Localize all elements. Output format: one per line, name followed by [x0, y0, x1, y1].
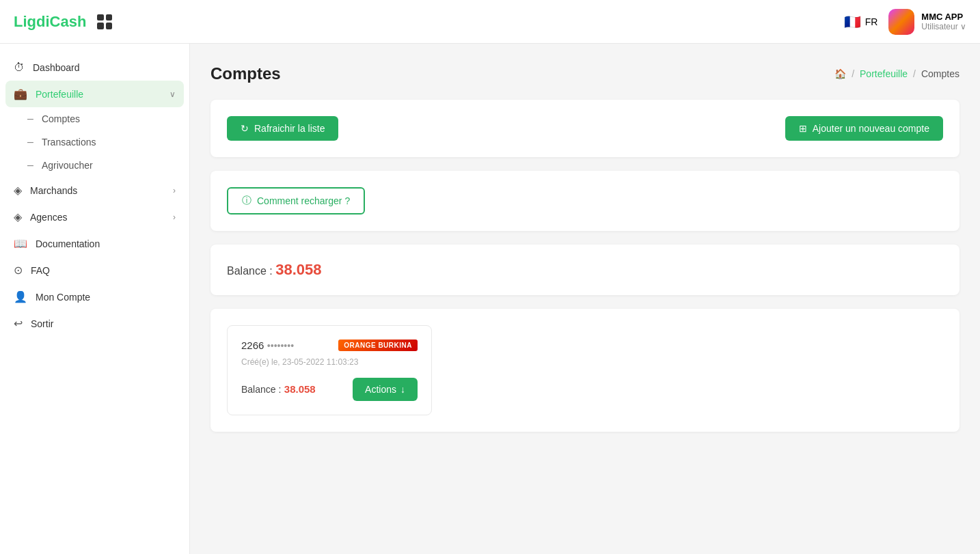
- sidebar-item-faq[interactable]: ⊙ FAQ: [0, 257, 189, 283]
- breadcrumb-comptes: Comptes: [921, 68, 959, 79]
- balance-value: 38.058: [275, 261, 321, 278]
- chevron-down-icon: ↓: [400, 384, 405, 395]
- refresh-button[interactable]: ↻ Rafraichir la liste: [227, 116, 338, 141]
- sidebar-item-label: Mon Compte: [36, 292, 90, 303]
- info-icon: ⓘ: [242, 195, 251, 207]
- language-label: FR: [865, 16, 878, 27]
- header-right: 🇫🇷 FR MMC APP Utilisateur ∨: [844, 9, 966, 35]
- user-details: MMC APP Utilisateur ∨: [921, 12, 966, 31]
- balance-label: Balance :: [227, 265, 273, 277]
- sidebar-item-label: FAQ: [31, 265, 50, 276]
- sidebar-item-label: Documentation: [36, 238, 100, 249]
- user-info: MMC APP Utilisateur ∨: [888, 9, 966, 35]
- dash-icon: –: [27, 113, 33, 125]
- sidebar-item-portefeuille[interactable]: 💼 Portefeuille ∨: [5, 81, 184, 107]
- layers-icon: ◈: [14, 210, 22, 223]
- account-balance-value: 38.058: [284, 383, 316, 395]
- sidebar-item-dashboard[interactable]: ⏱ Dashboard: [0, 55, 189, 81]
- sidebar-item-transactions[interactable]: – Transactions: [27, 130, 189, 154]
- grid-menu-icon[interactable]: [97, 14, 112, 29]
- submenu-label: Comptes: [42, 113, 80, 124]
- user-name: MMC APP: [921, 12, 966, 22]
- how-to-recharge-button[interactable]: ⓘ Comment recharger ?: [227, 187, 365, 214]
- sidebar-item-agrivoucher[interactable]: – Agrivoucher: [27, 154, 189, 177]
- chevron-right-icon: ›: [173, 212, 176, 222]
- sidebar-item-label: Marchands: [30, 185, 77, 196]
- home-icon[interactable]: 🏠: [834, 68, 846, 79]
- sidebar-item-label: Portefeuille: [36, 89, 83, 100]
- sidebar-item-label: Agences: [30, 212, 67, 223]
- user-role: Utilisateur ∨: [921, 22, 966, 31]
- chevron-down-icon: ∨: [169, 89, 176, 99]
- sidebar: ⏱ Dashboard 💼 Portefeuille ∨ – Comptes –…: [0, 44, 190, 554]
- page-title: Comptes: [210, 64, 281, 83]
- dash-icon: –: [27, 136, 33, 148]
- breadcrumb-sep: /: [852, 68, 854, 79]
- dash-icon: –: [27, 159, 33, 171]
- sidebar-item-documentation[interactable]: 📖 Documentation: [0, 230, 189, 257]
- top-header: LigdiCash 🇫🇷 FR MMC APP Utilisateur ∨: [0, 0, 980, 44]
- account-number-row: 2266 ••••••••: [241, 340, 294, 352]
- account-number-prefix: 2266: [241, 340, 264, 351]
- account-number-masked: ••••••••: [267, 340, 294, 351]
- breadcrumb-sep: /: [913, 68, 916, 79]
- actions-card: ↻ Rafraichir la liste ⊞ Ajouter un nouve…: [210, 100, 959, 157]
- user-avatar: [888, 9, 914, 35]
- sidebar-item-comptes[interactable]: – Comptes: [27, 107, 189, 130]
- portefeuille-submenu: – Comptes – Transactions – Agrivoucher: [0, 107, 189, 177]
- main-content: Comptes 🏠 / Portefeuille / Comptes ↻ Raf…: [190, 44, 980, 554]
- sidebar-item-label: Sortir: [31, 318, 53, 329]
- account-list-card: 2266 •••••••• ORANGE BURKINA Créé(e) le,…: [210, 309, 959, 432]
- account-card: 2266 •••••••• ORANGE BURKINA Créé(e) le,…: [227, 325, 432, 415]
- clock-icon: ⏱: [14, 61, 25, 74]
- logo: LigdiCash: [14, 13, 86, 31]
- wallet-icon: 💼: [14, 87, 27, 100]
- language-selector[interactable]: 🇫🇷 FR: [844, 14, 878, 30]
- sidebar-item-label: Dashboard: [33, 62, 80, 73]
- plus-icon: ⊞: [799, 123, 807, 134]
- account-header: 2266 •••••••• ORANGE BURKINA: [241, 340, 418, 352]
- sidebar-item-mon-compte[interactable]: 👤 Mon Compte: [0, 283, 189, 310]
- add-account-button[interactable]: ⊞ Ajouter un nouveau compte: [785, 116, 943, 141]
- book-icon: 📖: [14, 237, 27, 250]
- account-balance-label: Balance :: [241, 384, 281, 395]
- orange-badge: ORANGE BURKINA: [338, 340, 418, 351]
- user-icon: 👤: [14, 290, 27, 303]
- submenu-label: Transactions: [42, 137, 96, 148]
- chevron-right-icon: ›: [173, 186, 176, 195]
- flag-icon: 🇫🇷: [844, 14, 861, 30]
- sidebar-item-marchands[interactable]: ◈ Marchands ›: [0, 177, 189, 204]
- account-balance-row: Balance : 38.058 Actions ↓: [241, 378, 418, 401]
- help-icon: ⊙: [14, 264, 23, 277]
- logout-icon: ↩: [14, 317, 23, 330]
- account-balance: Balance : 38.058: [241, 383, 316, 396]
- sidebar-item-sortir[interactable]: ↩ Sortir: [0, 310, 189, 337]
- layers-icon: ◈: [14, 184, 22, 197]
- actions-button[interactable]: Actions ↓: [353, 378, 418, 401]
- actions-row: ↻ Rafraichir la liste ⊞ Ajouter un nouve…: [227, 116, 943, 141]
- balance-card: Balance : 38.058: [210, 245, 959, 295]
- recharge-info-card: ⓘ Comment recharger ?: [210, 171, 959, 231]
- page-header: Comptes 🏠 / Portefeuille / Comptes: [210, 64, 959, 83]
- account-created-date: Créé(e) le, 23-05-2022 11:03:23: [241, 357, 418, 367]
- refresh-icon: ↻: [241, 123, 249, 134]
- breadcrumb-portefeuille[interactable]: Portefeuille: [860, 68, 908, 79]
- breadcrumb: 🏠 / Portefeuille / Comptes: [834, 68, 959, 79]
- submenu-label: Agrivoucher: [42, 160, 93, 171]
- sidebar-item-agences[interactable]: ◈ Agences ›: [0, 204, 189, 230]
